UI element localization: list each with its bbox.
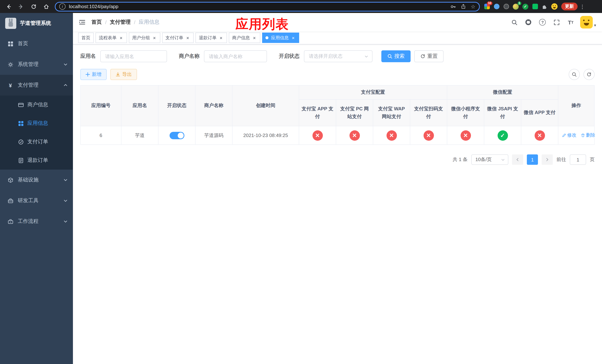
sidebar-item-pay-order[interactable]: 支付订单 [0,133,73,151]
prev-page-button[interactable] [512,154,523,165]
sidebar-item-merchant-info[interactable]: 商户信息 [0,96,73,114]
sidebar-item-infrastructure[interactable]: 基础设施 [0,170,73,190]
wx-jsapi-status-icon [497,130,508,140]
help-icon[interactable]: ? [538,18,547,27]
close-icon[interactable]: × [118,35,124,40]
document-icon [18,157,24,163]
close-icon[interactable]: × [185,35,190,40]
sidebar-item-dev-tools[interactable]: 研发工具 [0,190,73,211]
sidebar-item-system[interactable]: 系统管理 [0,54,73,75]
add-button[interactable]: 新增 [80,69,107,80]
breadcrumb-current: 应用信息 [139,19,160,26]
sidebar-item-workflow[interactable]: 工作流程 [0,211,73,232]
wx-app-status-icon [534,130,545,140]
close-icon[interactable]: × [252,35,257,40]
extension-dark-circle-icon[interactable] [503,3,509,10]
bookmark-star-icon[interactable]: ☆ [471,3,475,10]
cell-app-name: 芋道 [121,126,158,145]
browser-menu-icon[interactable]: ⋮ [580,3,585,10]
profile-avatar-icon[interactable] [551,3,558,10]
app-name-input[interactable] [100,50,167,62]
page-size-select[interactable]: 10条/页 [471,154,508,165]
site-info-icon[interactable]: i [59,3,65,10]
fullscreen-icon[interactable] [552,18,561,27]
reset-button[interactable]: 重置 [414,50,443,62]
status-select[interactable]: 请选择开启状态 [304,50,372,62]
app-name-label: 应用名 [80,53,96,60]
tab-merchant-info[interactable]: 商户信息 × [229,32,260,43]
col-ops: 操作 [558,85,594,126]
close-icon[interactable]: × [218,35,224,40]
breadcrumb-payment[interactable]: 支付管理 [110,19,131,26]
delete-link[interactable]: 删除 [581,132,595,139]
user-menu[interactable]: ▾ [580,16,596,29]
col-wx-mini: 微信小程序支付 [447,99,484,126]
tab-pay-order[interactable]: 支付订单 × [162,32,194,43]
forward-icon[interactable] [16,2,26,11]
reload-icon[interactable] [29,2,39,11]
refresh-icon[interactable] [583,69,595,80]
card-icon [18,102,24,108]
col-alipay-qr: 支付宝扫码支付 [410,99,447,126]
alipay-app-status-icon [312,130,323,140]
gear-icon [7,62,13,67]
sidebar-item-payment[interactable]: ¥ 支付管理 [0,75,73,96]
tab-home[interactable]: 首页 [78,32,94,43]
table-row: 6 芋道 芋道源码 2021-10-23 08:49:25 [81,126,594,145]
payment-submenu: 商户信息 应用信息 支付订单 [0,96,73,170]
chevron-down-icon [63,198,68,203]
yen-icon: ¥ [7,82,13,88]
col-wx-jsapi: 微信 JSAPI 支付 [484,99,521,126]
tab-refund-order[interactable]: 退款订单 × [195,32,227,43]
export-button[interactable]: 导出 [110,69,137,80]
filter-form: 应用名 商户名称 开启状态 请选择开启状态 [80,50,595,62]
browser-nav-buttons [0,2,55,11]
wx-mini-status-icon [460,130,471,140]
pagination: 共 1 条 10条/页 1 前往 [80,154,595,165]
col-app-id: 应用编号 [81,85,121,126]
browser-update-button[interactable]: 更新 [561,3,578,10]
page-number-button[interactable]: 1 [527,154,538,165]
hamburger-icon[interactable] [73,19,91,26]
status-label: 开启状态 [279,53,300,60]
password-key-icon[interactable] [450,3,456,10]
extension-grid-icon[interactable]: 10 [484,3,490,10]
top-navbar: 首页 / 支付管理 / 应用信息 ? [73,13,602,32]
sidebar-item-home[interactable]: 首页 [0,33,73,54]
extensions-puzzle-icon[interactable] [541,3,548,10]
github-icon[interactable] [524,18,533,27]
table-actions: 新增 导出 [80,69,595,80]
edit-link[interactable]: 修改 [562,132,576,139]
url-text[interactable]: localhost:1024/pay/app [69,4,450,9]
home-icon[interactable] [42,2,51,11]
close-icon[interactable]: × [291,35,296,40]
col-alipay-app: 支付宝 APP 支付 [299,99,336,126]
sidebar-item-app-info[interactable]: 应用信息 [0,114,73,133]
search-button[interactable]: 搜索 [381,50,411,62]
tab-app-info[interactable]: 应用信息 × [262,32,299,43]
toggle-search-icon[interactable] [569,69,580,80]
chevron-up-icon [63,83,68,87]
merchant-name-input[interactable] [204,50,267,62]
sidebar-item-refund-order[interactable]: 退款订单 [0,151,73,170]
search-icon[interactable] [510,18,519,27]
extension-wechat-icon[interactable] [532,3,538,10]
back-icon[interactable] [4,2,13,11]
goto-suffix: 页 [590,156,595,163]
col-status: 开启状态 [158,85,195,126]
tab-process-form[interactable]: 流程表单 × [96,32,127,43]
close-icon[interactable]: × [152,35,157,40]
next-page-button[interactable] [542,154,553,165]
extension-drop-icon[interactable] [493,3,500,10]
font-size-icon[interactable]: TT [566,18,575,27]
extension-check-circle-icon[interactable]: ✓ [522,3,529,10]
goto-page-input[interactable] [570,154,586,165]
status-toggle[interactable] [169,132,184,139]
tab-user-group[interactable]: 用户分组 × [129,32,160,43]
extension-avatar-icon[interactable]: 1 [512,3,519,10]
breadcrumb-home[interactable]: 首页 [91,19,102,26]
address-bar[interactable]: i localhost:1024/pay/app ☆ [55,2,480,11]
app-logo[interactable]: 芋道管理系统 [0,13,73,33]
share-icon[interactable] [461,4,466,9]
navbar-tools: ? TT ▾ [510,16,602,29]
